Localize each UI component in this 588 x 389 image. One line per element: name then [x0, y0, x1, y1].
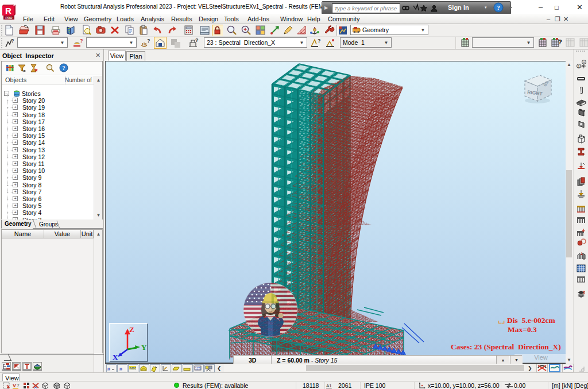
svg-text:Y: Y	[141, 343, 147, 352]
svg-text:X: X	[113, 353, 118, 361]
svg-text:?: ?	[63, 65, 65, 71]
svg-text:?: ?	[195, 37, 199, 43]
svg-text:PRO: PRO	[6, 16, 13, 20]
svg-text:?: ?	[80, 38, 83, 44]
svg-text:1: 1	[578, 64, 580, 68]
svg-text:?: ?	[318, 38, 321, 44]
svg-text:n: n	[119, 366, 122, 371]
svg-text:?: ?	[17, 383, 20, 388]
svg-text:A1: A1	[326, 383, 332, 388]
svg-text:R: R	[5, 6, 11, 16]
svg-text:n: n	[107, 366, 110, 371]
svg-text:V: V	[13, 383, 16, 388]
svg-text:?: ?	[147, 38, 150, 44]
svg-text:M95: M95	[130, 367, 136, 370]
svg-text:123: 123	[195, 367, 202, 370]
svg-text:?: ?	[11, 38, 14, 44]
svg-text:?: ?	[497, 4, 500, 11]
svg-text:Z: Z	[129, 325, 134, 334]
